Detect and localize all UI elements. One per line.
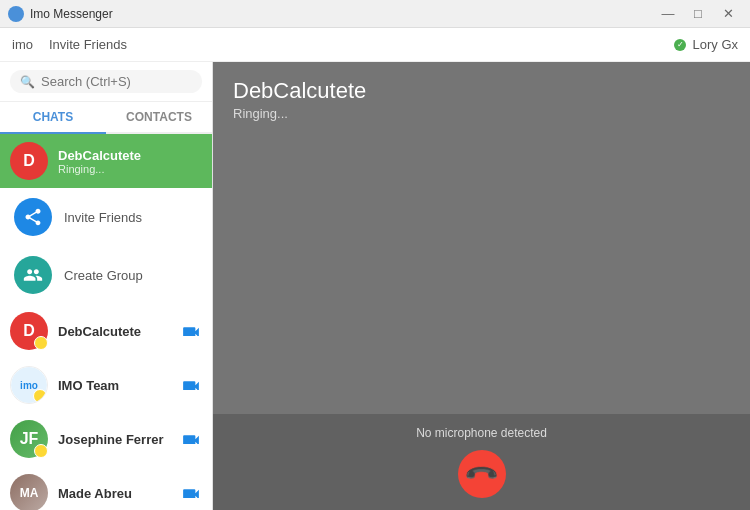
video-icon-josephine: [180, 430, 202, 448]
minimize-button[interactable]: —: [654, 4, 682, 24]
action-create-group[interactable]: Create Group: [0, 246, 212, 304]
badge-josephine: [34, 444, 48, 458]
group-icon: [14, 256, 52, 294]
avatar-josephine: JF: [10, 420, 48, 458]
chat-item-deb-active[interactable]: D DebCalcutete Ringing...: [0, 134, 212, 188]
window-controls: — □ ✕: [654, 4, 742, 24]
username: Lory Gx: [692, 37, 738, 52]
list-item-deb[interactable]: D DebCalcutete: [0, 304, 212, 358]
chat-preview-deb-active: Ringing...: [58, 163, 202, 175]
left-panel: 🔍 CHATS CONTACTS D DebCalcutete Ringing.…: [0, 62, 213, 510]
list-item-imo-team[interactable]: imo IMO Team: [0, 358, 212, 412]
main-layout: 🔍 CHATS CONTACTS D DebCalcutete Ringing.…: [0, 62, 750, 510]
chat-info-deb: DebCalcutete: [58, 324, 170, 339]
title-bar: Imo Messenger — □ ✕: [0, 0, 750, 28]
badge-imo: [33, 389, 47, 403]
video-icon-made: [180, 484, 202, 502]
end-call-button[interactable]: 📞: [458, 450, 506, 498]
chat-name-deb: DebCalcutete: [58, 324, 170, 339]
avatar-deb: D: [10, 312, 48, 350]
menu-items: imo Invite Friends: [12, 37, 127, 52]
chat-name-made: Made Abreu: [58, 486, 170, 501]
avatar-made: MA: [10, 474, 48, 510]
app-icon: [8, 6, 24, 22]
chat-name-deb-active: DebCalcutete: [58, 148, 202, 163]
chat-list: D DebCalcutete Ringing... Invite Friends: [0, 134, 212, 510]
search-icon: 🔍: [20, 75, 35, 89]
badge-deb: [34, 336, 48, 350]
call-contact-name: DebCalcutete: [233, 78, 730, 104]
avatar-deb-active: D: [10, 142, 48, 180]
call-header: DebCalcutete Ringing...: [213, 62, 750, 129]
tab-contacts[interactable]: CONTACTS: [106, 102, 212, 134]
search-input-wrap[interactable]: 🔍: [10, 70, 202, 93]
menu-item-invite-friends[interactable]: Invite Friends: [49, 37, 127, 52]
user-info: Lory Gx: [674, 37, 738, 52]
video-icon-imo-team: [180, 376, 202, 394]
chat-name-josephine: Josephine Ferrer: [58, 432, 170, 447]
create-group-label: Create Group: [64, 268, 143, 283]
tab-chats[interactable]: CHATS: [0, 102, 106, 134]
invite-friends-label: Invite Friends: [64, 210, 142, 225]
menu-item-imo[interactable]: imo: [12, 37, 33, 52]
title-bar-left: Imo Messenger: [8, 6, 113, 22]
list-item-made[interactable]: MA Made Abreu: [0, 466, 212, 510]
share-icon: [14, 198, 52, 236]
call-footer: No microphone detected 📞: [213, 414, 750, 510]
video-icon-deb: [180, 322, 202, 340]
tabs: CHATS CONTACTS: [0, 102, 212, 134]
call-body: [213, 129, 750, 414]
search-bar: 🔍: [0, 62, 212, 102]
chat-info-made: Made Abreu: [58, 486, 170, 501]
close-button[interactable]: ✕: [714, 4, 742, 24]
online-status-icon: [674, 39, 686, 51]
chat-info-deb-active: DebCalcutete Ringing...: [58, 148, 202, 175]
chat-info-imo-team: IMO Team: [58, 378, 170, 393]
avatar-imo-team: imo: [10, 366, 48, 404]
chat-name-imo-team: IMO Team: [58, 378, 170, 393]
search-input[interactable]: [41, 74, 192, 89]
end-call-icon: 📞: [463, 455, 500, 492]
mic-message: No microphone detected: [416, 426, 547, 440]
list-item-josephine[interactable]: JF Josephine Ferrer: [0, 412, 212, 466]
chat-info-josephine: Josephine Ferrer: [58, 432, 170, 447]
menu-bar: imo Invite Friends Lory Gx: [0, 28, 750, 62]
action-invite-friends[interactable]: Invite Friends: [0, 188, 212, 246]
maximize-button[interactable]: □: [684, 4, 712, 24]
call-status: Ringing...: [233, 106, 730, 121]
call-panel: DebCalcutete Ringing... No microphone de…: [213, 62, 750, 510]
app-title: Imo Messenger: [30, 7, 113, 21]
